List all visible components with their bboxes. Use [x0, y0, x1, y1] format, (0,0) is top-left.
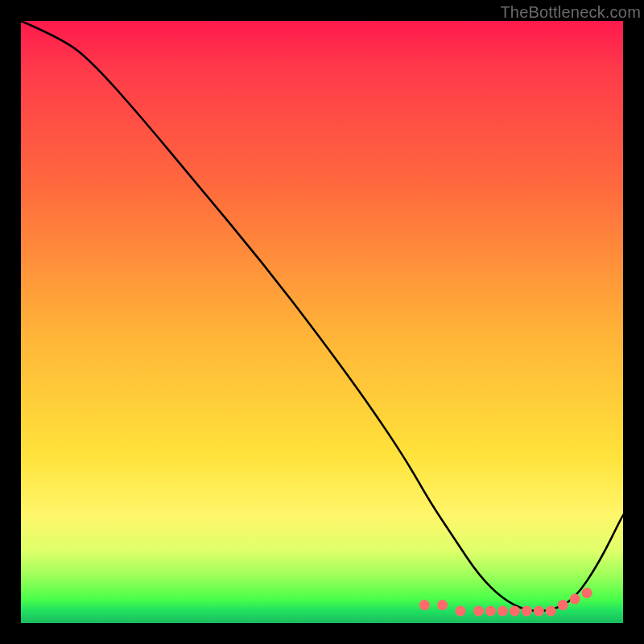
marker-dots: [419, 588, 592, 616]
marker-dot: [419, 600, 430, 610]
watermark-text: TheBottleneck.com: [500, 3, 641, 22]
plot-area: [21, 21, 623, 623]
marker-dot: [437, 600, 448, 610]
marker-dot: [510, 606, 520, 617]
curve-path: [21, 21, 623, 611]
marker-dot: [534, 606, 544, 617]
marker-dot: [485, 606, 496, 617]
marker-dot: [582, 588, 592, 598]
chart-stage: TheBottleneck.com: [0, 0, 644, 644]
marker-dot: [497, 606, 508, 617]
line-plot: [21, 21, 623, 623]
marker-dot: [456, 606, 466, 617]
marker-dot: [522, 606, 532, 617]
marker-dot: [558, 600, 568, 610]
marker-dot: [546, 606, 556, 617]
marker-dot: [570, 594, 580, 605]
marker-dot: [473, 606, 484, 617]
